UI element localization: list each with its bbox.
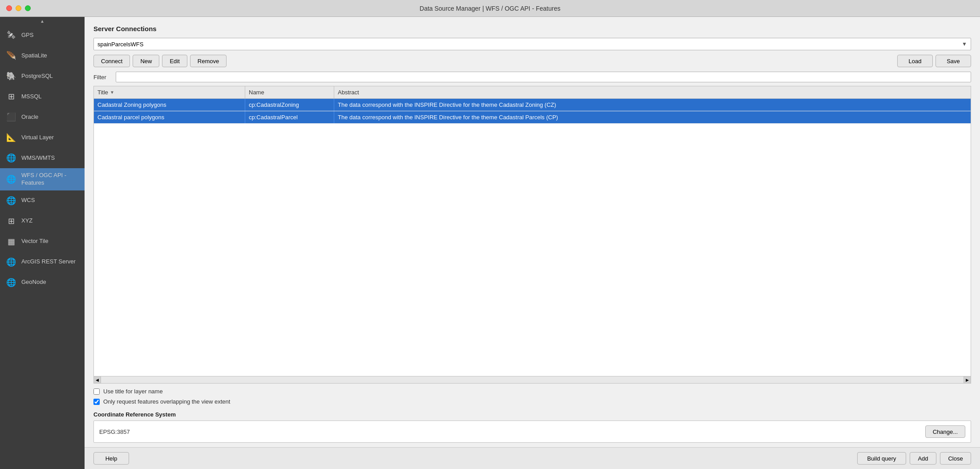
sidebar-item-xyz[interactable]: ⊞XYZ bbox=[0, 211, 85, 231]
table-header: Title ▼ Name Abstract bbox=[94, 86, 971, 99]
scroll-right-arrow[interactable]: ▶ bbox=[964, 376, 971, 384]
th-abstract: Abstract bbox=[334, 86, 971, 98]
td-title-0: Cadastral Zoning polygons bbox=[94, 99, 245, 111]
th-name: Name bbox=[245, 86, 334, 98]
checkboxes-area: Use title for layer name Only request fe… bbox=[85, 384, 980, 409]
remove-button[interactable]: Remove bbox=[190, 55, 227, 67]
sidebar-item-label-oracle: Oracle bbox=[21, 113, 38, 121]
traffic-lights bbox=[6, 5, 31, 11]
crs-section: Coordinate Reference System EPSG:3857 Ch… bbox=[85, 409, 980, 447]
sidebar-item-wfs-ogc[interactable]: 🌐WFS / OGC API - Features bbox=[0, 168, 85, 190]
sidebar-item-label-gps: GPS bbox=[21, 32, 33, 39]
sidebar-item-spatialite[interactable]: 🪶SpatiaLite bbox=[0, 45, 85, 66]
new-button[interactable]: New bbox=[133, 55, 159, 67]
horizontal-scrollbar[interactable]: ◀ ▶ bbox=[94, 376, 971, 383]
filter-input[interactable] bbox=[116, 72, 971, 82]
virtual-layer-icon: 📐 bbox=[5, 132, 17, 143]
connect-button[interactable]: Connect bbox=[93, 55, 130, 67]
load-button[interactable]: Load bbox=[897, 55, 933, 67]
connection-dropdown[interactable]: spainParcelsWFS ▼ bbox=[93, 38, 971, 50]
bottom-bar: Help Build query Add Close bbox=[85, 447, 980, 469]
only-request-row: Only request features overlapping the vi… bbox=[93, 398, 971, 405]
table-container: Title ▼ Name Abstract Cadastral Zoning p… bbox=[93, 86, 971, 384]
sidebar-item-vector-tile[interactable]: ▦Vector Tile bbox=[0, 231, 85, 252]
table-body: Cadastral Zoning polygonscp:CadastralZon… bbox=[94, 99, 971, 376]
connection-dropdown-value: spainParcelsWFS bbox=[97, 41, 143, 48]
change-crs-button[interactable]: Change... bbox=[925, 425, 965, 438]
sidebar-item-mssql[interactable]: ⊞MSSQL bbox=[0, 86, 85, 107]
oracle-icon: ⬛ bbox=[5, 111, 17, 123]
sidebar-item-label-virtual-layer: Virtual Layer bbox=[21, 134, 54, 142]
help-button[interactable]: Help bbox=[93, 452, 129, 465]
section-title: Server Connections bbox=[85, 17, 980, 38]
gps-icon: 🛰 bbox=[5, 29, 17, 41]
content-area: Server Connections spainParcelsWFS ▼ Con… bbox=[85, 17, 980, 469]
mssql-icon: ⊞ bbox=[5, 91, 17, 102]
main-layout: ▲ 🛰GPS🪶SpatiaLite🐘PostgreSQL⊞MSSQL⬛Oracl… bbox=[0, 17, 980, 469]
use-title-label: Use title for layer name bbox=[103, 388, 163, 395]
sidebar-item-virtual-layer[interactable]: 📐Virtual Layer bbox=[0, 127, 85, 148]
sidebar-item-gps[interactable]: 🛰GPS bbox=[0, 25, 85, 45]
td-name-0: cp:CadastralZoning bbox=[245, 99, 334, 111]
scroll-left-arrow[interactable]: ◀ bbox=[94, 376, 101, 384]
titlebar: Data Source Manager | WFS / OGC API - Fe… bbox=[0, 0, 980, 17]
sidebar-item-arcgis-rest[interactable]: 🌐ArcGIS REST Server bbox=[0, 252, 85, 272]
only-request-checkbox[interactable] bbox=[93, 399, 100, 405]
sidebar-item-label-geonode: GeoNode bbox=[21, 279, 46, 286]
geonode-icon: 🌐 bbox=[5, 277, 17, 288]
use-title-row: Use title for layer name bbox=[93, 388, 971, 395]
connections-area: spainParcelsWFS ▼ Connect New Edit Remov… bbox=[85, 38, 980, 72]
sidebar-item-wms-wmts[interactable]: 🌐WMS/WMTS bbox=[0, 148, 85, 168]
sidebar-item-postgresql[interactable]: 🐘PostgreSQL bbox=[0, 66, 85, 86]
sidebar-item-label-wcs: WCS bbox=[21, 197, 35, 204]
maximize-button[interactable] bbox=[25, 5, 31, 11]
crs-value: EPSG:3857 bbox=[99, 429, 130, 435]
add-button[interactable]: Add bbox=[910, 452, 936, 465]
scroll-track[interactable] bbox=[101, 376, 964, 383]
minimize-button[interactable] bbox=[16, 5, 21, 11]
dropdown-arrow-icon: ▼ bbox=[962, 41, 967, 47]
wms-wmts-icon: 🌐 bbox=[5, 152, 17, 164]
arcgis-rest-icon: 🌐 bbox=[5, 256, 17, 268]
table-row[interactable]: Cadastral parcel polygonscp:CadastralPar… bbox=[94, 111, 971, 124]
sidebar-item-label-spatialite: SpatiaLite bbox=[21, 52, 47, 60]
td-abstract-0: The data correspond with the INSPIRE Dir… bbox=[334, 99, 971, 111]
filter-row: Filter bbox=[85, 72, 980, 82]
sort-icon: ▼ bbox=[110, 90, 114, 95]
sidebar-item-label-arcgis-rest: ArcGIS REST Server bbox=[21, 258, 76, 266]
close-button[interactable] bbox=[6, 5, 12, 11]
filter-label: Filter bbox=[93, 74, 111, 81]
sidebar-item-geonode[interactable]: 🌐GeoNode bbox=[0, 272, 85, 293]
sidebar: ▲ 🛰GPS🪶SpatiaLite🐘PostgreSQL⊞MSSQL⬛Oracl… bbox=[0, 17, 85, 469]
table-row[interactable]: Cadastral Zoning polygonscp:CadastralZon… bbox=[94, 99, 971, 111]
spatialite-icon: 🪶 bbox=[5, 50, 17, 61]
sidebar-item-label-wfs-ogc: WFS / OGC API - Features bbox=[21, 172, 79, 187]
build-query-button[interactable]: Build query bbox=[857, 452, 906, 465]
crs-box: EPSG:3857 Change... bbox=[93, 420, 971, 443]
only-request-label: Only request features overlapping the vi… bbox=[103, 398, 230, 405]
close-button-bottom[interactable]: Close bbox=[940, 452, 971, 465]
sidebar-item-label-xyz: XYZ bbox=[21, 217, 32, 225]
window-title: Data Source Manager | WFS / OGC API - Fe… bbox=[420, 5, 560, 12]
sidebar-item-label-vector-tile: Vector Tile bbox=[21, 238, 49, 245]
postgresql-icon: 🐘 bbox=[5, 70, 17, 82]
sidebar-scroll-up[interactable]: ▲ bbox=[0, 17, 85, 25]
sidebar-item-oracle[interactable]: ⬛Oracle bbox=[0, 107, 85, 127]
sidebar-item-wcs[interactable]: 🌐WCS bbox=[0, 190, 85, 211]
th-title: Title ▼ bbox=[94, 86, 245, 98]
xyz-icon: ⊞ bbox=[5, 215, 17, 227]
td-name-1: cp:CadastralParcel bbox=[245, 111, 334, 123]
wcs-icon: 🌐 bbox=[5, 195, 17, 206]
td-abstract-1: The data correspond with the INSPIRE Dir… bbox=[334, 111, 971, 123]
use-title-checkbox[interactable] bbox=[93, 388, 100, 395]
connection-button-row: Connect New Edit Remove Load Save bbox=[93, 55, 971, 67]
vector-tile-icon: ▦ bbox=[5, 236, 17, 247]
sidebar-item-label-mssql: MSSQL bbox=[21, 93, 42, 101]
td-title-1: Cadastral parcel polygons bbox=[94, 111, 245, 123]
crs-title: Coordinate Reference System bbox=[93, 411, 971, 418]
wfs-ogc-icon: 🌐 bbox=[5, 174, 17, 185]
edit-button[interactable]: Edit bbox=[162, 55, 187, 67]
sidebar-item-label-postgresql: PostgreSQL bbox=[21, 73, 53, 80]
save-button[interactable]: Save bbox=[935, 55, 971, 67]
sidebar-item-label-wms-wmts: WMS/WMTS bbox=[21, 154, 55, 162]
